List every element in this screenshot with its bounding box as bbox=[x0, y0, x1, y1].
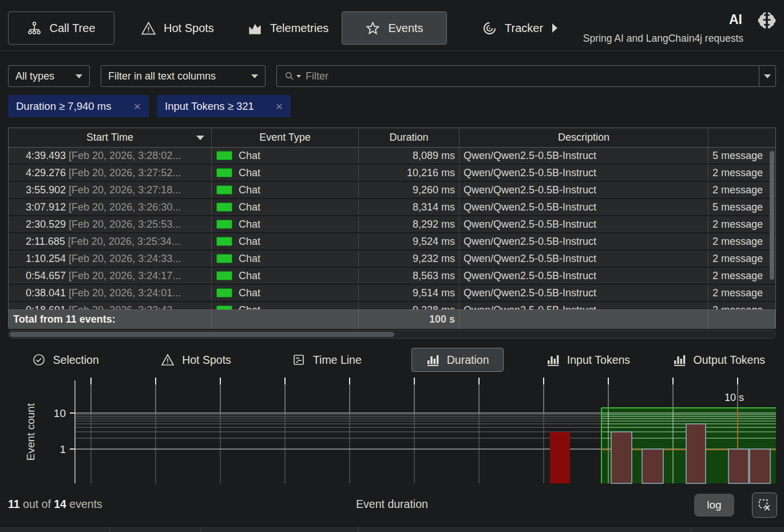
event-type-cell: Chat bbox=[212, 199, 359, 215]
horizontal-scrollbar[interactable] bbox=[8, 330, 776, 339]
messages-cell: 2 message bbox=[708, 285, 775, 301]
log-scale-button[interactable]: log bbox=[694, 494, 734, 517]
duration-histogram[interactable]: 10110 s bbox=[0, 378, 784, 489]
event-type-color-swatch bbox=[216, 271, 232, 280]
tab-hot-spots[interactable]: Hot Spots bbox=[130, 11, 224, 45]
start-date-value: [Feb 20, 2026, 3:27:52... bbox=[66, 167, 181, 179]
start-time-value: 4:39.493 bbox=[26, 150, 66, 162]
start-date-value: [Feb 20, 2026, 3:28:02... bbox=[66, 150, 181, 162]
ai-subtitle: Spring AI and LangChain4j requests bbox=[583, 33, 743, 45]
brain-icon[interactable] bbox=[754, 9, 779, 34]
vertical-scrollbar[interactable] bbox=[770, 151, 774, 280]
table-row[interactable]: 0:18.691 [Feb 20, 2026, 3:23:42...Chat9,… bbox=[9, 302, 775, 309]
tracker-expand-arrow-icon[interactable] bbox=[552, 23, 557, 33]
type-filter-select[interactable]: All types bbox=[8, 65, 90, 87]
bottom-panel-edge bbox=[0, 526, 784, 532]
table-row[interactable]: 0:38.041 [Feb 20, 2026, 3:24:01...Chat9,… bbox=[9, 285, 775, 302]
description-cell: Qwen/Qwen2.5-0.5B-Instruct bbox=[460, 148, 708, 164]
event-type-cell: Chat bbox=[212, 182, 359, 198]
table-row[interactable]: 0:54.657 [Feb 20, 2026, 3:24:17...Chat8,… bbox=[9, 268, 775, 285]
table-row[interactable]: 3:55.902 [Feb 20, 2026, 3:27:18...Chat9,… bbox=[9, 182, 775, 199]
svg-text:1: 1 bbox=[60, 443, 66, 455]
event-type-cell: Chat bbox=[212, 165, 359, 181]
event-type-label: Chat bbox=[239, 287, 260, 299]
start-date-value: [Feb 20, 2026, 3:25:53... bbox=[66, 219, 181, 231]
filter-search-input[interactable] bbox=[301, 70, 759, 82]
horizontal-scrollbar-thumb[interactable] bbox=[10, 332, 394, 337]
start-time-cell: 4:29.276 [Feb 20, 2026, 3:27:52... bbox=[9, 165, 212, 181]
tab-label: Hot Spots bbox=[164, 22, 214, 35]
view-label: Time Line bbox=[313, 354, 362, 367]
tab-telemetries[interactable]: Telemetries bbox=[237, 11, 339, 45]
star-icon bbox=[365, 21, 381, 36]
table-row[interactable]: 3:07.912 [Feb 20, 2026, 3:26:30...Chat8,… bbox=[9, 199, 775, 216]
start-time-value: 1:10.254 bbox=[26, 253, 66, 265]
start-time-cell: 2:11.685 [Feb 20, 2026, 3:25:34... bbox=[9, 233, 212, 249]
total-event-type-cell bbox=[212, 310, 359, 329]
view-duration[interactable]: Duration bbox=[392, 348, 522, 372]
column-header-start-time[interactable]: Start Time bbox=[9, 128, 212, 148]
tab-label: Telemetries bbox=[270, 22, 328, 35]
event-type-label: Chat bbox=[239, 201, 260, 213]
start-date-value: [Feb 20, 2026, 3:27:18... bbox=[66, 184, 181, 196]
start-date-value: [Feb 20, 2026, 3:24:17... bbox=[66, 270, 181, 282]
clear-selection-button[interactable] bbox=[752, 493, 777, 518]
event-type-color-swatch bbox=[216, 168, 232, 177]
filter-chip-input-tokens[interactable]: Input Tokens ≥ 321 × bbox=[157, 95, 291, 117]
table-row[interactable]: 2:11.685 [Feb 20, 2026, 3:25:34...Chat9,… bbox=[9, 233, 775, 251]
event-type-cell: Chat bbox=[212, 148, 359, 164]
start-time-value: 0:54.657 bbox=[26, 270, 66, 282]
histogram-icon bbox=[426, 353, 439, 367]
description-cell: Qwen/Qwen2.5-0.5B-Instruct bbox=[460, 285, 708, 301]
start-time-cell: 3:55.902 [Feb 20, 2026, 3:27:18... bbox=[9, 182, 212, 198]
event-type-color-swatch bbox=[216, 305, 232, 309]
table-row[interactable]: 4:39.493 [Feb 20, 2026, 3:28:02...Chat8,… bbox=[9, 148, 775, 165]
description-cell: Qwen/Qwen2.5-0.5B-Instruct bbox=[460, 216, 708, 232]
search-history-dropdown[interactable] bbox=[759, 66, 775, 86]
warning-triangle-icon bbox=[161, 353, 175, 367]
tab-call-tree[interactable]: Call Tree bbox=[8, 11, 114, 45]
filter-chip-duration[interactable]: Duration ≥ 7,940 ms × bbox=[8, 95, 149, 117]
filter-search-box[interactable] bbox=[276, 65, 776, 87]
view-hot-spots[interactable]: Hot Spots bbox=[130, 353, 261, 367]
duration-cell: 10,216 ms bbox=[359, 165, 460, 181]
column-filter-select[interactable]: Filter in all text columns bbox=[101, 65, 266, 87]
view-selector-bar: Selection Hot Spots Time Line Duration bbox=[0, 346, 784, 374]
view-label: Input Tokens bbox=[567, 354, 630, 367]
table-body: 4:39.493 [Feb 20, 2026, 3:28:02...Chat8,… bbox=[9, 148, 775, 309]
start-time-value: 3:55.902 bbox=[26, 184, 66, 196]
messages-cell: 2 message bbox=[708, 233, 775, 249]
column-header-messages[interactable] bbox=[708, 128, 775, 148]
event-type-color-swatch bbox=[216, 185, 232, 194]
column-header-description[interactable]: Description bbox=[460, 128, 708, 148]
table-row[interactable]: 2:30.529 [Feb 20, 2026, 3:25:53...Chat8,… bbox=[9, 216, 775, 233]
messages-cell: 2 message bbox=[708, 182, 775, 198]
description-cell: Qwen/Qwen2.5-0.5B-Instruct bbox=[460, 251, 708, 267]
view-selection[interactable]: Selection bbox=[0, 353, 130, 367]
table-row[interactable]: 4:29.276 [Feb 20, 2026, 3:27:52...Chat10… bbox=[9, 165, 775, 182]
tab-tracker[interactable]: Tracker bbox=[472, 11, 553, 45]
view-label: Output Tokens bbox=[694, 354, 765, 367]
view-input-tokens[interactable]: Input Tokens bbox=[522, 353, 653, 367]
close-icon[interactable]: × bbox=[276, 100, 283, 112]
column-header-duration[interactable]: Duration bbox=[359, 128, 460, 148]
description-cell: Qwen/Qwen2.5-0.5B-Instruct bbox=[460, 199, 708, 215]
close-icon[interactable]: × bbox=[134, 100, 141, 112]
tab-label: Tracker bbox=[505, 22, 543, 35]
column-header-event-type[interactable]: Event Type bbox=[212, 128, 359, 148]
column-filter-value: Filter in all text columns bbox=[108, 70, 216, 82]
start-date-value: [Feb 20, 2026, 3:24:01... bbox=[66, 287, 181, 299]
view-duration-selected-chip: Duration bbox=[411, 348, 504, 372]
search-icon bbox=[284, 70, 301, 82]
clear-selection-icon bbox=[757, 498, 772, 513]
telemetry-chart-icon bbox=[247, 21, 263, 36]
tab-events[interactable]: Events bbox=[342, 11, 447, 45]
timeline-icon bbox=[292, 353, 306, 367]
svg-text:10: 10 bbox=[54, 407, 66, 419]
table-total-row: Total from 11 events: 100 s bbox=[9, 309, 775, 329]
view-time-line[interactable]: Time Line bbox=[262, 353, 392, 367]
start-time-value: 3:07.912 bbox=[26, 201, 66, 213]
table-row[interactable]: 1:10.254 [Feb 20, 2026, 3:24:33...Chat9,… bbox=[9, 251, 775, 268]
view-output-tokens[interactable]: Output Tokens bbox=[654, 353, 784, 367]
start-time-cell: 3:07.912 [Feb 20, 2026, 3:26:30... bbox=[9, 199, 212, 215]
